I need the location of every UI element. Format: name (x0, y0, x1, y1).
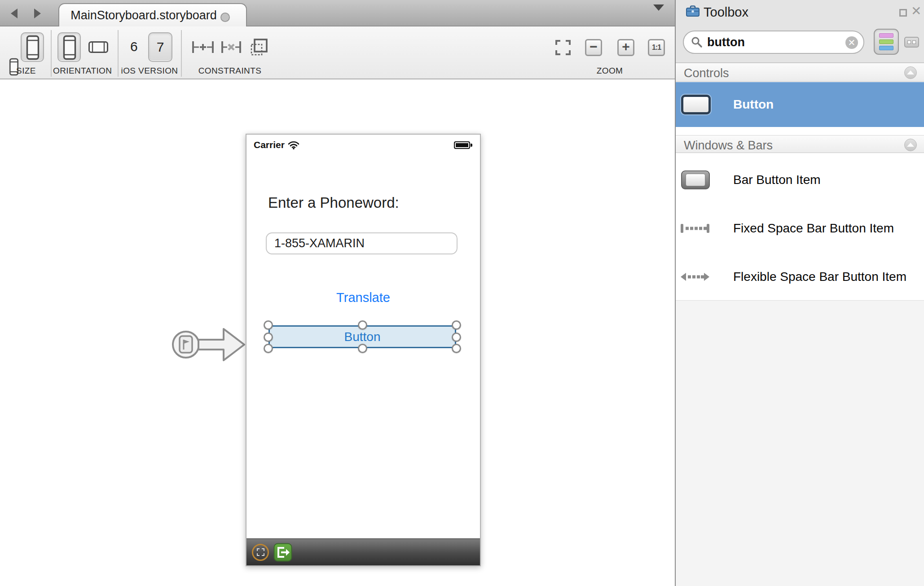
toolbox-item-button[interactable]: Button (676, 82, 924, 127)
resize-handle-top-center[interactable] (358, 320, 367, 330)
resize-handle-bottom-center[interactable] (358, 344, 367, 353)
orientation-landscape-button[interactable] (87, 40, 110, 54)
add-constraint-button[interactable] (190, 39, 216, 56)
collapse-chevron-icon[interactable] (904, 66, 917, 79)
search-icon (691, 36, 703, 48)
toolbox-item-label: Button (733, 97, 774, 112)
float-panel-icon[interactable] (899, 9, 907, 17)
tab-modified-indicator[interactable] (220, 13, 230, 22)
toolbox-briefcase-icon (686, 4, 700, 18)
clear-search-icon[interactable]: ✕ (845, 36, 858, 49)
tab-bar: MainStoryboard.storyboard (0, 0, 675, 26)
fixed-space-icon (680, 223, 710, 234)
size-group-label: SIZE (5, 66, 47, 76)
constraint-frame-icon (250, 38, 268, 56)
zoom-group-label: ZOOM (574, 66, 646, 76)
toolbox-item-bar-button-item[interactable]: Bar Button Item (676, 157, 924, 203)
toolbar-separator (181, 30, 182, 77)
designer-toolbar: SIZE ORIENTATION 6 7 iOS (0, 26, 675, 79)
section-header-controls[interactable]: Controls (676, 63, 924, 82)
toolbox-panel: Toolbox ✕ ✕ Controls (675, 0, 924, 586)
resize-handle-top-right[interactable] (452, 320, 461, 330)
toolbox-item-label: Flexible Space Bar Button Item (733, 270, 906, 284)
ios-version-7-button-selected[interactable]: 7 (148, 32, 172, 62)
zoom-out-button[interactable]: − (585, 39, 602, 56)
phoneword-text-field-value: 1-855-XAMARIN (274, 236, 365, 250)
section-title: Controls (684, 66, 729, 80)
xamarin-ios-designer-window: MainStoryboard.storyboard SIZE (0, 0, 924, 586)
close-panel-icon[interactable]: ✕ (911, 4, 921, 18)
resize-handle-bottom-right[interactable] (452, 344, 461, 353)
toolbox-list: Controls Button Windows & Bars Bar Butto… (676, 63, 924, 300)
minus-icon: − (590, 40, 598, 53)
one-to-one-icon: 1:1 (652, 44, 661, 51)
section-title: Windows & Bars (684, 139, 773, 153)
orientation-group-label: ORIENTATION (53, 66, 111, 76)
constraints-group-label: CONSTRAINTS (194, 66, 266, 76)
back-button[interactable] (6, 7, 22, 20)
carrier-label: Carrier (254, 140, 285, 150)
category-chip-pink (879, 33, 893, 38)
resize-handle-middle-left[interactable] (264, 332, 273, 342)
toolbox-header: Toolbox ✕ ✕ (676, 0, 924, 63)
categorized-view-button[interactable] (874, 29, 899, 55)
toolbar-separator (118, 30, 119, 77)
toolbox-item-flexible-space[interactable]: Flexible Space Bar Button Item (676, 254, 924, 300)
storyboard-flag-icon (180, 336, 192, 353)
resize-handle-top-left[interactable] (264, 320, 273, 330)
resize-handle-bottom-left[interactable] (264, 344, 273, 353)
ios-version-7-label: 7 (157, 39, 164, 55)
iphone-portrait-icon (63, 35, 76, 60)
bar-button-item-icon (681, 171, 710, 189)
tab-mainstoryboard[interactable]: MainStoryboard.storyboard (58, 3, 247, 26)
toolbox-search-box: ✕ (683, 31, 864, 54)
toolbox-item-label: Fixed Space Bar Button Item (733, 221, 894, 236)
toolbox-item-label: Bar Button Item (733, 173, 821, 187)
battery-icon (454, 141, 470, 149)
section-header-windows-bars[interactable]: Windows & Bars (676, 135, 924, 153)
tab-list-dropdown[interactable] (653, 11, 665, 18)
status-bar: Carrier (246, 135, 480, 154)
size-iphone4-button-selected[interactable] (21, 32, 44, 62)
button-widget-icon (681, 95, 711, 114)
ios-version-group-label: iOS VERSION (120, 66, 179, 76)
toolbar-separator (51, 30, 52, 77)
view-controller-canvas[interactable]: Carrier Enter a Phoneword: 1-855-XAMARIN… (246, 134, 481, 566)
flexible-space-icon (680, 271, 710, 283)
constraint-remove-icon (220, 39, 242, 55)
toolbox-title: Toolbox (704, 5, 748, 20)
remove-constraint-button[interactable] (220, 39, 242, 56)
compact-view-button[interactable] (904, 37, 919, 48)
chevron-down-icon (653, 4, 664, 18)
toolbox-item-fixed-space[interactable]: Fixed Space Bar Button Item (676, 205, 924, 252)
zoom-fit-icon (555, 39, 571, 56)
forward-icon (34, 9, 41, 18)
toolbox-empty-area (676, 300, 924, 586)
category-chip-blue (879, 46, 893, 50)
ios-version-6-button[interactable]: 6 (130, 39, 138, 54)
resize-to-fit-constraints-button[interactable] (250, 38, 268, 57)
plus-icon: + (622, 40, 630, 53)
selected-button-wrapper: Button (268, 325, 456, 348)
search-input[interactable] (707, 35, 837, 49)
collapse-chevron-icon[interactable] (904, 139, 917, 151)
category-chip-green (879, 39, 893, 44)
tab-title: MainStoryboard.storyboard (70, 9, 217, 22)
zoom-actual-size-button[interactable]: 1:1 (648, 39, 665, 56)
exit-segue-icon[interactable] (273, 543, 292, 562)
back-icon (11, 9, 18, 18)
zoom-in-button[interactable]: + (617, 39, 634, 56)
dashed-view-icon (257, 548, 264, 556)
resize-handle-middle-right[interactable] (452, 332, 461, 342)
iphone-landscape-icon (88, 41, 109, 53)
view-controller-icon[interactable] (252, 544, 269, 561)
zoom-fit-button[interactable] (554, 39, 572, 56)
phoneword-text-field[interactable]: 1-855-XAMARIN (266, 232, 458, 254)
forward-button[interactable] (30, 7, 45, 20)
wifi-icon (288, 140, 299, 149)
orientation-portrait-button-selected[interactable] (57, 32, 81, 62)
initial-view-controller-arrow[interactable] (170, 319, 247, 370)
phoneword-label: Enter a Phoneword: (268, 194, 399, 211)
translate-button[interactable]: Translate (246, 290, 480, 305)
view-controller-bar (246, 538, 480, 565)
